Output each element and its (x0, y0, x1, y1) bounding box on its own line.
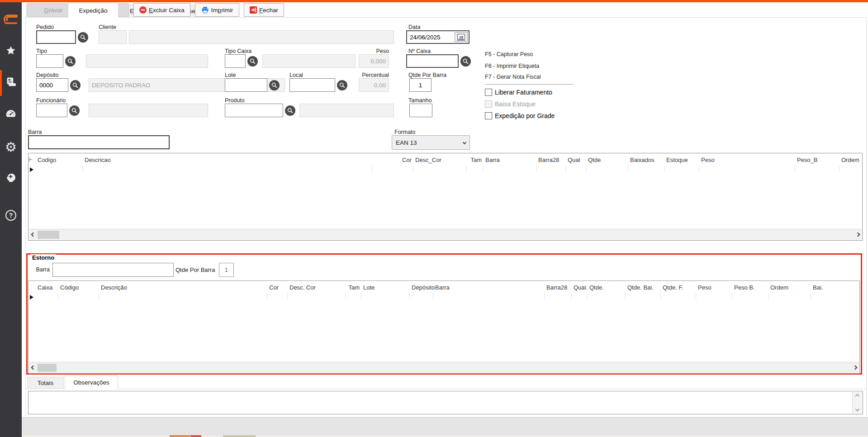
estorno-grid-hscrollbar[interactable] (29, 362, 859, 373)
local-label: Local (289, 72, 303, 78)
page-border-left (25, 17, 26, 417)
expedicao-grid-hscrollbar[interactable] (29, 229, 862, 240)
produto-input[interactable] (225, 104, 283, 117)
help-icon[interactable]: ? (0, 209, 22, 221)
num-caixa-input[interactable] (406, 54, 459, 68)
tab-expedicao-label: Expedição (79, 7, 107, 14)
expedicao-grid[interactable]: Codigo Descricao Cor Desc_Cor Tam Barra … (28, 153, 863, 241)
tab-totais[interactable]: Totais (27, 377, 64, 389)
funcionario-label: Funcionário (36, 97, 66, 104)
ai-head-gear-icon[interactable] (0, 171, 22, 184)
fechar-button[interactable]: Fechar (244, 3, 284, 17)
tipo-caixa-desc-field (262, 54, 356, 68)
expedicao-grid-header: Codigo Descricao Cor Desc_Cor Tam Barra … (28, 153, 862, 166)
ledger-icon[interactable] (0, 76, 22, 88)
deposito-search-button[interactable] (70, 80, 81, 90)
barra-input[interactable] (28, 135, 170, 149)
minus-circle-icon (139, 6, 147, 14)
search-icon (462, 57, 470, 65)
observacoes-vscrollbar[interactable] (852, 392, 862, 413)
funcionario-desc-field (89, 104, 208, 117)
liberar-faturamento-option: Liberar Faturamento (485, 89, 552, 96)
search-icon (71, 107, 78, 114)
bottom-tabs-baseline (25, 389, 867, 389)
formato-select[interactable]: EAN 13 (392, 135, 470, 150)
search-icon (338, 81, 346, 89)
pedido-label: Pedido (36, 24, 54, 30)
imprimir-button[interactable]: Imprimir (195, 3, 239, 17)
search-icon (66, 57, 74, 65)
app-window: ⚙ ? Acesso Expedição Expedidas Observaçã… (0, 0, 868, 437)
expedicao-por-grade-label: Expedição por Grade (495, 112, 555, 119)
tab-observacoes[interactable]: Observações (65, 375, 118, 389)
tipo-caixa-input[interactable] (225, 54, 246, 68)
action-button-bar (22, 417, 868, 435)
tamanho-label: Tamanho (408, 97, 432, 104)
produto-desc-field (299, 104, 394, 117)
scroll-left-icon[interactable] (29, 362, 37, 373)
num-caixa-label: Nº Caixa (408, 48, 431, 54)
tipo-caixa-label: Tipo Caixa (225, 48, 251, 54)
lote-input[interactable] (225, 78, 267, 92)
lote-search-button[interactable] (269, 80, 280, 90)
estorno-qtde-label: Qtde Por Barra (175, 266, 215, 273)
tipo-caixa-search-button[interactable] (247, 56, 258, 66)
liberar-faturamento-label: Liberar Faturamento (495, 89, 552, 96)
peso-field (359, 54, 389, 68)
tipo-search-button[interactable] (65, 56, 76, 66)
deposito-input[interactable] (36, 78, 68, 92)
pedido-search-button[interactable] (78, 32, 88, 43)
barra-label: Barra (28, 129, 42, 135)
estorno-grid[interactable]: Caixa Código Descrição Cor Desc. Cor Tam… (28, 280, 860, 374)
settings-gear-icon[interactable]: ⚙ (0, 140, 22, 154)
grid-indicator-icon (28, 157, 33, 162)
scroll-left-icon[interactable] (29, 229, 37, 240)
date-picker-button[interactable]: 15 (455, 32, 468, 42)
expedicao-grid-body[interactable] (29, 171, 862, 228)
funcionario-input[interactable] (36, 104, 67, 117)
expedicao-por-grade-checkbox[interactable] (485, 112, 492, 119)
tipo-input[interactable] (36, 54, 63, 68)
tipo-label: Tipo (36, 48, 47, 54)
expedicao-grid-hscroll-thumb[interactable] (38, 231, 59, 239)
peso-label: Peso (359, 48, 389, 54)
observacoes-textarea[interactable] (29, 392, 851, 413)
scroll-down-icon[interactable] (853, 408, 862, 411)
estorno-grid-hscroll-thumb[interactable] (38, 364, 57, 372)
estorno-barra-label: Barra (28, 266, 50, 273)
qtde-por-barra-input[interactable] (409, 78, 432, 92)
data-label: Data (408, 24, 420, 30)
estorno-grid-body[interactable] (29, 299, 859, 361)
tab-observacoes-label: Observações (73, 379, 109, 386)
local-input[interactable] (289, 78, 335, 92)
estorno-barra-input[interactable] (52, 263, 174, 277)
search-icon (286, 107, 294, 114)
pedido-input[interactable] (36, 30, 76, 44)
app-logo (0, 10, 22, 27)
produto-search-button[interactable] (285, 105, 295, 116)
scroll-right-icon[interactable] (851, 362, 859, 373)
local-search-button[interactable] (337, 80, 347, 90)
gauge-icon[interactable] (0, 108, 22, 119)
scroll-right-icon[interactable] (854, 229, 862, 240)
num-caixa-search-button[interactable] (460, 56, 471, 66)
liberar-faturamento-checkbox[interactable] (485, 89, 492, 96)
page-border-top (25, 17, 867, 18)
scroll-up-icon[interactable] (853, 394, 862, 398)
excluir-caixa-button[interactable]: Excluir Caixa (133, 3, 190, 17)
tamanho-input[interactable] (409, 104, 432, 117)
produto-label: Produto (225, 97, 245, 104)
sidebar: ⚙ ? (0, 2, 22, 437)
chevron-down-icon (463, 141, 466, 144)
deposito-label: Depósito (36, 72, 58, 78)
estorno-title: Estorno (31, 254, 56, 261)
favorites-star-icon[interactable] (0, 45, 22, 56)
percentual-label: Percentual (359, 72, 389, 78)
qtde-por-barra-label: Qtde Por Barra (408, 72, 446, 78)
formato-label: Formato (394, 129, 416, 135)
estorno-qtde-input[interactable] (219, 263, 234, 277)
taskbar-sliver (22, 435, 868, 437)
estorno-grid-column-dividers (28, 293, 859, 299)
tab-expedicao[interactable]: Expedição (68, 3, 119, 18)
funcionario-search-button[interactable] (69, 105, 80, 116)
